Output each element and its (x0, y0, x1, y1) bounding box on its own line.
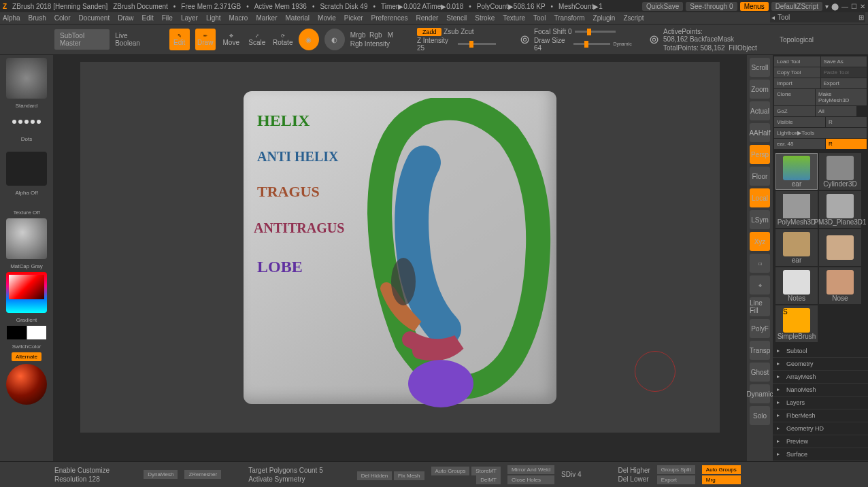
draw-size[interactable]: Draw Size 64 (534, 37, 571, 52)
max-button[interactable]: ☐ (851, 3, 857, 10)
subtool-cylinder[interactable]: Cylinder3D (819, 153, 861, 190)
menu-marker[interactable]: Marker (256, 14, 277, 22)
del-higher-button[interactable]: Del Higher (618, 467, 650, 474)
r-button[interactable]: R (826, 117, 867, 127)
pin-icon[interactable]: ◂ (771, 14, 775, 21)
del-lower-button[interactable]: Del Lower (618, 475, 650, 483)
ghost-button[interactable]: Ghost (750, 363, 770, 382)
scale-button[interactable]: ⤢Scale (247, 29, 267, 50)
quicksave-button[interactable]: QuickSave (642, 2, 683, 11)
rgb-toggle[interactable]: Rgb (369, 31, 382, 39)
color-picker[interactable] (6, 272, 47, 313)
acc-geometryhd[interactable]: Geometry HD (773, 422, 868, 435)
floor-button[interactable]: Floor (750, 167, 770, 186)
material-preview[interactable] (6, 364, 47, 405)
subtool-simplebrush[interactable]: SSimpleBrush (775, 305, 818, 342)
texture-preview[interactable] (6, 218, 47, 259)
focal-slider[interactable] (575, 31, 616, 33)
tool-name[interactable]: ear. 48 (774, 139, 825, 149)
lightbox-tools-button[interactable]: Lightbox▶Tools (774, 128, 867, 138)
canvas-area[interactable]: HELIX ANTI HELIX TRAGUS ANTITRAGUS LOBE (53, 55, 747, 463)
dynamesh-button[interactable]: DynaMesh (144, 470, 178, 479)
resolution[interactable]: Resolution 128 (54, 475, 110, 483)
close-button[interactable]: ✕ (860, 3, 865, 10)
gradient-label[interactable]: Gradient (16, 317, 37, 323)
menu-movie[interactable]: Movie (318, 14, 336, 22)
menu-stencil[interactable]: Stencil (446, 14, 467, 22)
all-button[interactable]: All (816, 106, 856, 116)
default-zscript[interactable]: DefaultZScript (771, 2, 822, 11)
saveas-button[interactable]: Save As (821, 56, 867, 67)
menu-render[interactable]: Render (416, 14, 439, 22)
export2-button[interactable]: Export (657, 475, 695, 484)
r2-button[interactable]: R (826, 139, 867, 149)
persp-button[interactable]: Persp (750, 145, 770, 164)
xyz-button[interactable]: Xyz (750, 232, 770, 251)
focal-shift[interactable]: Focal Shift 0 (534, 28, 572, 35)
export-button[interactable]: Export (821, 78, 867, 88)
rotate-button[interactable]: ⟳Rotate (273, 29, 293, 50)
delmt-button[interactable]: DelMT (476, 475, 501, 484)
minimize-icon[interactable]: ▾ (825, 3, 829, 10)
move-button[interactable]: ✥Move (221, 29, 241, 50)
help-icon[interactable]: ⬤ (831, 3, 839, 10)
document-canvas[interactable]: HELIX ANTI HELIX TRAGUS ANTITRAGUS LOBE (80, 62, 720, 433)
drawsize-slider[interactable] (573, 43, 610, 45)
swatch-black[interactable] (7, 326, 26, 339)
brush-preview[interactable] (6, 58, 47, 99)
menu-zplugin[interactable]: Zplugin (593, 14, 616, 22)
collapse-icon[interactable]: ⊞ (858, 14, 864, 21)
groups-split-button[interactable]: Groups Split (657, 465, 695, 474)
menu-transform[interactable]: Transform (554, 14, 584, 22)
acc-subtool[interactable]: Subtool (773, 345, 868, 358)
menu-edit[interactable]: Edit (142, 14, 154, 22)
menu-macro[interactable]: Macro (229, 14, 248, 22)
m-toggle[interactable]: M (388, 31, 393, 39)
visible-button[interactable]: Visible (774, 117, 825, 127)
z-intensity[interactable]: Z Intensity 25 (417, 37, 455, 52)
local-button[interactable]: Local (750, 188, 770, 207)
aahalf-button[interactable]: AAHalf (750, 123, 770, 142)
menu-stroke[interactable]: Stroke (475, 14, 495, 22)
import-button[interactable]: Import (774, 78, 820, 88)
stroke-preview[interactable] (6, 112, 47, 132)
z-intensity-slider[interactable] (458, 43, 496, 45)
subtool-notes[interactable]: Notes (775, 267, 818, 304)
linefill-button[interactable]: Line Fill (750, 297, 770, 316)
zremesher-button[interactable]: ZRemesher (184, 470, 221, 479)
fill-object[interactable]: FillObject (729, 44, 757, 52)
enable-customize[interactable]: Enable Customize (54, 467, 110, 474)
paste-tool-button[interactable]: Paste Tool (821, 67, 867, 78)
draw-button[interactable]: ✏Draw (195, 29, 216, 50)
menu-brush[interactable]: Brush (29, 14, 46, 22)
menus-button[interactable]: Menus (740, 2, 769, 11)
swatch-white[interactable] (27, 326, 46, 339)
dynamic-button[interactable]: Dynamic (750, 384, 770, 403)
sdiv-slider[interactable]: SDiv 4 (561, 471, 581, 478)
fix-mesh-button[interactable]: Fix Mesh (394, 471, 424, 480)
menu-document[interactable]: Document (79, 14, 110, 22)
load-tool-button[interactable]: Load Tool (774, 56, 820, 67)
subtool-ear3[interactable]: ear (775, 229, 818, 266)
acc-geometry[interactable]: Geometry (773, 358, 868, 371)
clone-button[interactable]: Clone (774, 89, 815, 105)
mirror-weld-button[interactable]: Mirror And Weld (507, 465, 554, 474)
backface-mask[interactable]: BackfaceMask (690, 35, 734, 43)
seethrough-slider[interactable]: See-through 0 (686, 2, 737, 11)
scroll-button[interactable]: Scroll (750, 58, 770, 77)
subtool-master-button[interactable]: SubTool Master (54, 29, 110, 50)
dynamic-toggle[interactable]: Dynamic (613, 41, 631, 46)
topological-toggle[interactable]: Topological (780, 36, 814, 44)
mrgb-toggle[interactable]: Mrgb (350, 31, 366, 39)
alpha-preview[interactable] (6, 152, 47, 186)
goz-button[interactable]: GoZ (774, 106, 815, 116)
menu-draw[interactable]: Draw (118, 14, 133, 22)
close-holes-button[interactable]: Close Holes (507, 475, 554, 484)
frame-button[interactable]: ⊡ (750, 254, 770, 273)
transp-button[interactable]: Transp (750, 341, 770, 360)
acc-nanomesh[interactable]: NanoMesh (773, 384, 868, 397)
min-button[interactable]: — (841, 3, 848, 10)
live-boolean-button[interactable]: Live Boolean (115, 32, 152, 47)
menu-picker[interactable]: Picker (344, 14, 363, 22)
subtool-plane[interactable]: PM3D_Plane3D1 (819, 191, 861, 228)
